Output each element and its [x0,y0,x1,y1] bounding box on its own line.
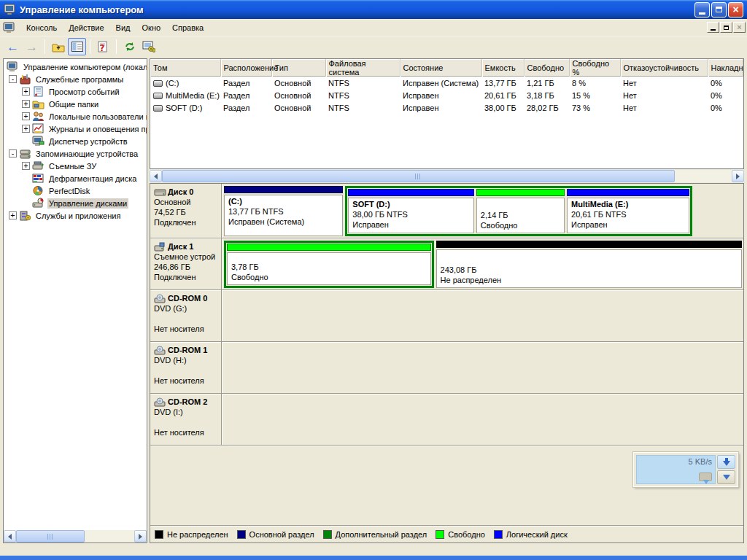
col-free-pct[interactable]: Свободно % [569,59,620,77]
child-minimize-icon [711,29,716,31]
tree-item-event-viewer[interactable]: + Просмотр событий [4,85,147,98]
free-space-disk0[interactable]: 2,14 ГБ Свободно [476,189,565,233]
tree-item-system-tools[interactable]: - Служебные программы [4,73,147,85]
child-restore-button[interactable] [720,22,732,33]
extended-partition-group: SOFT (D:) 38,00 ГБ NTFS Исправен 2,14 ГБ… [345,186,692,236]
scroll-right-button[interactable] [134,530,147,542]
legend-logical-drive: Логический диск [494,530,568,539]
tree-item-storage[interactable]: - Запоминающие устройства [4,147,147,160]
tree-item-disk-management[interactable]: Управление дисками [4,197,147,209]
volume-horizontal-scrollbar[interactable] [150,170,744,182]
expand-toggle[interactable]: + [22,112,30,120]
expand-toggle[interactable]: + [22,100,30,108]
tree-item-disk-defrag[interactable]: Дефрагментация диска [4,172,147,184]
collapse-toggle[interactable]: - [9,149,17,158]
col-overhead[interactable]: Накладн [708,59,743,77]
up-folder-button[interactable] [49,38,67,55]
tree-item-shared-folders[interactable]: + Общие папки [4,98,147,110]
tree-item-removable-storage[interactable]: + Съемные ЗУ [4,160,147,172]
cdrom-icon [154,294,166,303]
console-settings-button[interactable] [139,38,158,55]
disk-0-label[interactable]: Диск 0 Основной 74,52 ГБ Подключен [150,184,222,238]
child-close-icon: × [737,23,741,31]
tree-item-computer-management[interactable]: Управление компьютером (локаль [4,61,147,73]
menu-deystvie[interactable]: Действие [63,21,109,34]
legend-chip-logical [494,530,503,539]
scroll-right-button[interactable] [732,170,744,182]
download-speed-widget[interactable]: 5 KB/s [633,452,738,487]
col-fault-tolerance[interactable]: Отказоустойчивость [620,59,708,77]
download-button[interactable] [717,455,735,469]
refresh-button[interactable] [120,38,139,55]
legend-primary-partition: Основной раздел [237,530,314,539]
menu-vid[interactable]: Вид [110,21,136,34]
volume-row-c[interactable]: (C:) РазделОсновной NTFSИсправен (Систем… [150,77,743,89]
partition-color-band [436,241,742,248]
disk-1-label[interactable]: Диск 1 Съемное устрой 246,86 ГБ Подключе… [150,238,222,289]
menu-konsol[interactable]: Консоль [20,21,63,34]
menu-okno[interactable]: Окно [136,21,167,34]
partition-multimedia-e[interactable]: MultiMedia (E:) 20,61 ГБ NTFS Исправен [567,189,689,233]
back-button[interactable]: ← [4,38,22,55]
tree-item-local-users[interactable]: + Локальные пользователи и [4,110,147,122]
defrag-icon [32,173,44,184]
scrollbar-thumb[interactable] [162,170,675,182]
col-status[interactable]: Состояние [400,59,481,77]
restore-button[interactable] [711,2,727,18]
cdrom-status: Нет носителя [154,427,220,438]
expand-toggle[interactable]: + [22,88,30,96]
title-bar[interactable]: Управление компьютером × [0,0,747,19]
close-button[interactable]: × [728,2,743,18]
menu-spravka[interactable]: Справка [166,21,209,34]
download-drop-area[interactable]: 5 KB/s [636,455,716,484]
widget-menu-button[interactable] [717,470,735,484]
expand-toggle[interactable]: + [22,125,30,133]
minimize-button[interactable] [694,2,710,18]
partition-color-band [567,189,689,196]
expand-toggle[interactable]: + [9,211,17,219]
volume-icon [153,105,163,112]
tree-item-performance-logs[interactable]: + Журналы и оповещения пр [4,122,147,135]
extended-partition-group: 3,78 ГБ Свободно [224,241,434,288]
scrollbar-thumb[interactable] [16,530,85,542]
help-button[interactable]: ? [94,38,112,55]
col-filesystem[interactable]: Файловая система [325,59,400,77]
legend-chip-extended [323,530,332,539]
tree-item-services-applications[interactable]: + Службы и приложения [4,209,147,222]
download-speed-value: 5 KB/s [689,457,712,466]
expand-toggle[interactable]: + [22,162,30,170]
col-location[interactable]: Расположение [220,59,271,77]
forward-button[interactable]: → [23,38,41,55]
shared-folders-icon [32,98,44,109]
removable-storage-icon [32,160,44,171]
child-restore-icon [724,26,729,30]
tree-item-perfectdisk[interactable]: PerfectDisk [4,184,147,197]
device-manager-icon [32,136,44,147]
cdrom-0-label[interactable]: CD-ROM 0 DVD (G:) Нет носителя [150,290,222,341]
scroll-left-button[interactable] [4,530,16,542]
cdrom-status: Нет носителя [154,376,220,386]
child-close-button[interactable]: × [733,22,746,33]
tree-horizontal-scrollbar[interactable] [4,530,147,542]
col-volume[interactable]: Том [150,59,220,77]
unallocated-space[interactable]: 243,08 ГБ Не распределен [436,241,742,288]
partition-c[interactable]: (C:) 13,77 ГБ NTFS Исправен (Система) [224,186,343,236]
col-free[interactable]: Свободно [524,59,569,77]
partition-soft-d[interactable]: SOFT (D:) 38,00 ГБ NTFS Исправен [348,189,474,233]
computer-management-window: Управление компьютером × Консоль Действи… [0,0,747,560]
volume-row-soft[interactable]: SOFT (D:) РазделОсновной NTFSИсправен 38… [150,101,743,114]
tree-item-device-manager[interactable]: Диспетчер устройств [4,135,147,147]
collapse-toggle[interactable]: - [9,75,17,83]
show-hide-tree-button[interactable] [68,38,86,55]
child-minimize-button[interactable] [707,22,719,33]
hard-disk-icon [154,187,166,197]
free-space-disk1[interactable]: 3,78 ГБ Свободно [227,244,431,285]
cdrom-1-label[interactable]: CD-ROM 1 DVD (H:) Нет носителя [150,342,222,393]
cdrom-2-label[interactable]: CD-ROM 2 DVD (I:) Нет носителя [150,394,222,445]
scroll-left-button[interactable] [150,170,162,182]
volume-row-multimedia[interactable]: MultiMedia (E:) РазделОсновной NTFSИспра… [150,89,743,101]
col-capacity[interactable]: Емкость [481,59,524,77]
col-type[interactable]: Тип [271,59,325,77]
status-bar [0,544,747,556]
legend-extended-partition: Дополнительный раздел [323,530,427,539]
